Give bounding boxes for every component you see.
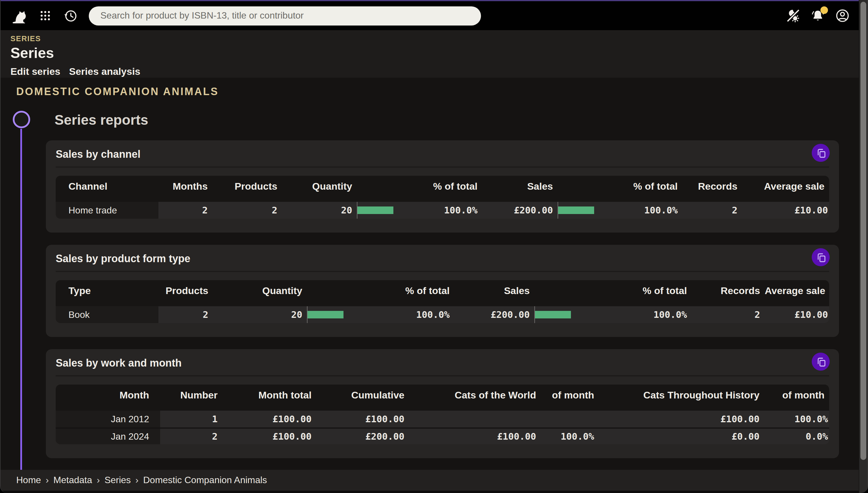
series-name-heading: DOMESTIC COMPANION ANIMALS: [16, 86, 867, 98]
column-header-months: Months: [158, 176, 212, 202]
section-title: Series reports: [55, 112, 867, 128]
timeline-line: [20, 129, 22, 470]
column-header-type: Type: [56, 280, 158, 306]
copy-icon: [816, 148, 826, 158]
scrollbar-track[interactable]: [859, 0, 867, 493]
report-card-sales-by-work-and-month: Sales by work and month: [46, 349, 839, 458]
sales-share-bar: [535, 311, 571, 318]
column-header-sales: Sales: [482, 176, 557, 202]
column-header-quantity-bar: [307, 280, 349, 306]
cell-number: 2: [160, 427, 222, 444]
cell-quantity-pct: 100.0%: [349, 306, 454, 323]
card-divider: [56, 167, 829, 168]
theme-toggle-icon: [786, 8, 801, 23]
history-button[interactable]: [63, 8, 78, 23]
cell-records: 2: [692, 306, 765, 323]
cell-products: 2: [212, 202, 282, 219]
table-header-row: Type Products Quantity % of total Sales …: [56, 280, 829, 306]
table-row: Book 2 20 100.0% £200.00: [56, 306, 829, 323]
column-header-average-sale: Average sale: [765, 280, 829, 306]
cell-cumulative: £100.00: [316, 411, 409, 427]
cell-cats-of-the-world: [409, 411, 541, 427]
app-logo-button[interactable]: [12, 7, 26, 24]
account-button[interactable]: [835, 8, 850, 23]
column-header-quantity-pct: % of total: [421, 176, 482, 202]
column-header-sales-bar: [557, 176, 622, 202]
table-header-row: Channel Months Products Quantity % of to…: [56, 176, 829, 202]
cell-of-month: 100.0%: [764, 411, 829, 427]
notifications-button[interactable]: [810, 8, 825, 23]
copy-report-button[interactable]: [812, 144, 830, 162]
table-row: Jan 2024 2 £100.00 £200.00 £100.00 100.0…: [56, 427, 829, 444]
card-divider: [56, 271, 829, 272]
cell-sales: £200.00: [482, 202, 557, 219]
column-header-channel: Channel: [56, 176, 158, 202]
cell-cats-of-the-world: £100.00: [409, 427, 541, 444]
column-header-cats-throughout-history: Cats Throughout History: [599, 385, 764, 411]
cell-average-sale: £10.00: [765, 306, 829, 323]
breadcrumb-item-home[interactable]: Home: [16, 475, 41, 486]
card-title: Sales by channel: [56, 149, 829, 160]
sales-by-channel-table: Channel Months Products Quantity % of to…: [56, 176, 829, 219]
card-title: Sales by product form type: [56, 253, 829, 265]
quantity-share-bar: [357, 207, 394, 214]
table-row: Jan 2012 1 £100.00 £100.00 £100.00 100.0…: [56, 411, 829, 427]
cell-records: 2: [682, 202, 742, 219]
copy-report-button[interactable]: [812, 248, 830, 266]
breadcrumb-item-current-page: Domestic Companion Animals: [143, 475, 267, 486]
cell-cumulative: £200.00: [316, 427, 409, 444]
column-header-average-sale: Average sale: [742, 176, 829, 202]
timeline-marker: [13, 111, 30, 128]
column-header-number: Number: [160, 385, 222, 411]
app-window: SERIES Series Edit series Series analysi…: [0, 0, 868, 493]
column-header-of-month: of month: [541, 385, 599, 411]
sales-share-bar: [558, 207, 594, 214]
main-content: DOMESTIC COMPANION ANIMALS Series report…: [1, 78, 867, 470]
column-header-sales-pct: % of total: [622, 176, 682, 202]
page-header: SERIES Series Edit series Series analysi…: [1, 30, 867, 78]
cell-channel: Home trade: [56, 202, 158, 219]
notification-badge: [821, 6, 828, 14]
copy-report-button[interactable]: [812, 352, 830, 371]
scrollbar-thumb[interactable]: [861, 2, 866, 460]
breadcrumb-item-metadata[interactable]: Metadata: [54, 475, 92, 486]
cell-cats-throughout-history: £0.00: [599, 427, 764, 444]
breadcrumb: Home › Metadata › Series › Domestic Comp…: [1, 470, 867, 491]
cell-of-month: 100.0%: [541, 427, 599, 444]
search-input[interactable]: [89, 6, 481, 25]
card-title: Sales by work and month: [56, 357, 829, 369]
cell-cats-throughout-history: £100.00: [599, 411, 764, 427]
column-header-cats-of-the-world: Cats of the World: [409, 385, 541, 411]
theme-toggle-button[interactable]: [786, 8, 801, 23]
page-kicker: SERIES: [10, 34, 867, 43]
breadcrumb-separator: ›: [97, 475, 100, 486]
breadcrumb-item-series[interactable]: Series: [104, 475, 131, 486]
cell-month-total: £100.00: [222, 411, 316, 427]
cell-sales-pct: 100.0%: [587, 306, 692, 323]
account-icon: [835, 8, 850, 23]
column-header-quantity: Quantity: [213, 280, 307, 306]
copy-icon: [816, 357, 826, 367]
cell-quantity-bar: [357, 202, 421, 219]
cell-sales: £200.00: [454, 306, 534, 323]
cell-sales-bar: [534, 306, 587, 323]
report-card-sales-by-channel: Sales by channel: [46, 141, 839, 233]
apps-menu-button[interactable]: [39, 10, 51, 21]
quantity-share-bar: [308, 311, 343, 318]
cat-logo-icon: [12, 7, 26, 24]
page-title: Series: [10, 45, 867, 62]
sales-by-work-and-month-table: Month Number Month total Cumulative Cats…: [56, 385, 829, 444]
cell-quantity: 20: [213, 306, 307, 323]
cell-month: Jan 2012: [56, 411, 160, 427]
column-header-sales-pct: % of total: [587, 280, 692, 306]
cell-of-month: 0.0%: [764, 427, 829, 444]
column-header-products: Products: [212, 176, 282, 202]
cell-month: Jan 2024: [56, 427, 160, 444]
column-header-sales: Sales: [454, 280, 534, 306]
column-header-quantity: Quantity: [282, 176, 357, 202]
cell-quantity-pct: 100.0%: [421, 202, 482, 219]
column-header-quantity-bar: [357, 176, 421, 202]
column-header-month-total: Month total: [222, 385, 316, 411]
sales-by-product-form-type-table: Type Products Quantity % of total Sales …: [56, 280, 829, 323]
breadcrumb-separator: ›: [45, 475, 49, 486]
